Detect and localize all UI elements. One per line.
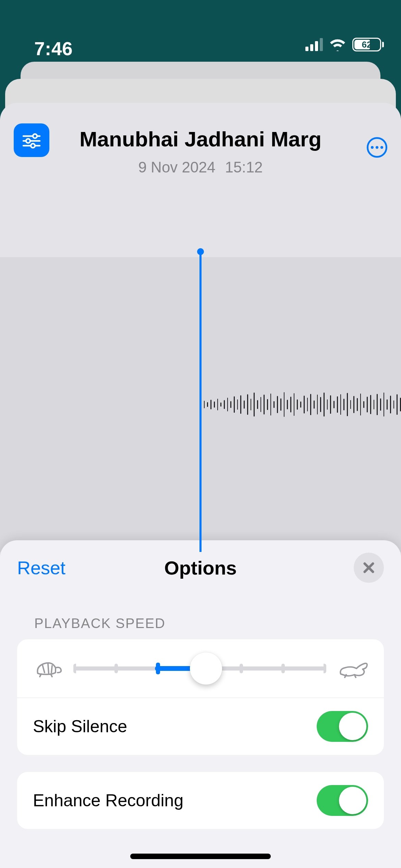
wifi-icon — [329, 38, 346, 51]
status-bar: 7:46 62 — [0, 0, 401, 58]
options-sheet: Reset Options PLAYBACK SPEED — [0, 540, 401, 868]
waveform-area[interactable] — [0, 257, 401, 552]
reset-button[interactable]: Reset — [17, 557, 65, 578]
enhance-group: Enhance Recording — [17, 772, 384, 829]
recording-subtitle: 9 Nov 202415:12 — [0, 159, 401, 176]
ellipsis-icon — [371, 146, 374, 149]
enhance-label: Enhance Recording — [33, 791, 183, 810]
enhance-row: Enhance Recording — [17, 772, 384, 829]
recording-title: Manubhai Jadhani Marg — [0, 127, 401, 151]
playback-group: Skip Silence — [17, 639, 384, 755]
svg-point-3 — [26, 139, 30, 143]
recording-time: 15:12 — [225, 159, 263, 176]
skip-silence-toggle[interactable] — [317, 711, 368, 742]
status-time: 7:46 — [34, 38, 73, 60]
close-button[interactable] — [354, 553, 384, 583]
close-icon — [361, 560, 376, 575]
sheet-title: Options — [164, 557, 237, 579]
skip-silence-label: Skip Silence — [33, 716, 127, 736]
hare-icon — [337, 659, 368, 678]
recording-date: 9 Nov 2024 — [138, 159, 215, 176]
slider-thumb[interactable] — [190, 652, 222, 685]
recording-header: Manubhai Jadhani Marg 9 Nov 202415:12 — [0, 103, 401, 257]
svg-point-1 — [33, 134, 37, 138]
tortoise-icon — [33, 659, 62, 678]
more-button[interactable] — [367, 137, 387, 158]
speed-slider-row — [17, 639, 384, 698]
speed-slider[interactable] — [75, 655, 325, 682]
filter-button[interactable] — [14, 123, 49, 157]
svg-point-5 — [31, 144, 35, 148]
home-indicator[interactable] — [130, 854, 271, 859]
cellular-icon — [305, 38, 323, 51]
battery-icon: 62 — [352, 38, 384, 51]
enhance-toggle[interactable] — [317, 785, 368, 816]
status-indicators: 62 — [305, 38, 384, 51]
sliders-icon — [22, 132, 41, 148]
playback-speed-label: PLAYBACK SPEED — [34, 616, 401, 631]
recording-card: Manubhai Jadhani Marg 9 Nov 202415:12 Re… — [0, 103, 401, 868]
waveform — [200, 384, 401, 425]
playhead — [199, 250, 202, 552]
skip-silence-row: Skip Silence — [17, 698, 384, 755]
